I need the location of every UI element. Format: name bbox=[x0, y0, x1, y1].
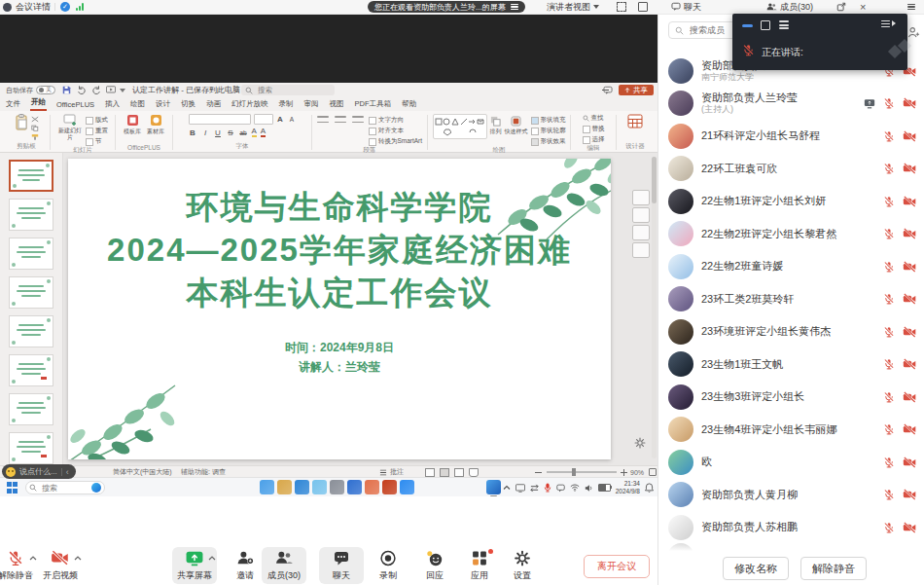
cast-icon[interactable] bbox=[515, 484, 525, 493]
weather-app-icon[interactable] bbox=[260, 480, 274, 494]
battery-icon[interactable] bbox=[598, 484, 611, 492]
member-row[interactable]: 22生物2班童诗媛 bbox=[658, 250, 924, 283]
select-button[interactable]: 选择 bbox=[583, 135, 605, 144]
member-row[interactable]: 资助部负责人兰玲莹 (主持人) bbox=[658, 88, 924, 121]
member-row[interactable]: 23环工类2班莫玲轩 bbox=[658, 283, 924, 316]
wifi-icon[interactable] bbox=[570, 484, 580, 492]
mic-muted-icon[interactable] bbox=[883, 196, 895, 207]
maximize-icon[interactable] bbox=[761, 20, 770, 30]
member-row[interactable]: 21环科评定小组长马舒程 bbox=[658, 120, 924, 153]
camera-muted-icon[interactable] bbox=[903, 97, 917, 109]
leave-meeting-button[interactable]: 离开会议 bbox=[584, 555, 650, 578]
minimize-icon[interactable] bbox=[742, 24, 753, 27]
file-explorer-icon[interactable] bbox=[277, 480, 292, 494]
new-slide-button[interactable]: 新建幻灯片 bbox=[57, 114, 83, 140]
member-row[interactable]: 23生物4班评定小组长韦丽娜 bbox=[658, 414, 924, 447]
toolbar-chat[interactable]: 聊天 bbox=[319, 547, 364, 584]
member-row[interactable]: 欧 bbox=[658, 446, 924, 479]
rename-button[interactable]: 修改名称 bbox=[723, 557, 789, 580]
underline-button[interactable]: U bbox=[214, 128, 223, 137]
running-app-icon[interactable] bbox=[486, 480, 501, 494]
chevron-up-icon[interactable] bbox=[208, 556, 216, 561]
mic-muted-icon[interactable] bbox=[883, 326, 895, 338]
taskbar-search-input[interactable] bbox=[40, 483, 89, 494]
popout-panel-icon[interactable] bbox=[836, 0, 846, 14]
shape-fill-button[interactable]: 形状填充 bbox=[531, 116, 566, 125]
member-row[interactable]: 23环境班评定小组长黄伟杰 bbox=[658, 315, 924, 348]
camera-muted-icon[interactable] bbox=[903, 261, 917, 273]
reset-button[interactable]: 重置 bbox=[86, 127, 108, 135]
paste-button[interactable] bbox=[15, 114, 28, 130]
toolbar-record[interactable]: 录制 bbox=[366, 547, 410, 584]
arrange-button[interactable]: 排列 bbox=[490, 114, 502, 136]
camera-muted-icon[interactable] bbox=[903, 391, 917, 403]
mic-muted-icon[interactable] bbox=[883, 261, 895, 273]
format-painter-icon[interactable] bbox=[31, 133, 39, 140]
designer-button[interactable] bbox=[627, 114, 643, 128]
ribbon-tab-4[interactable]: 插入 bbox=[104, 99, 121, 111]
member-row[interactable]: 22环工班袁可欣 bbox=[658, 153, 924, 186]
add-member-icon[interactable] bbox=[907, 26, 920, 38]
font-size-select[interactable] bbox=[254, 114, 273, 125]
member-row[interactable]: 资助部负责人黄月柳 bbox=[658, 479, 924, 512]
ribbon-tab-5[interactable]: 绘图 bbox=[129, 99, 146, 111]
camera-muted-icon[interactable] bbox=[903, 423, 917, 435]
unmute-button[interactable]: 解除静音 bbox=[800, 557, 867, 580]
watching-banner[interactable]: 您正在观看资助部负责人兰玲...的屏幕 bbox=[368, 1, 525, 13]
comments-icon[interactable] bbox=[603, 86, 613, 95]
ribbon-tab-3[interactable]: OfficePLUS bbox=[55, 100, 95, 111]
mail-app-icon[interactable] bbox=[365, 480, 379, 494]
meeting-details-button[interactable]: 会议详情 bbox=[16, 0, 51, 14]
toolbar-mic-off[interactable]: 解除静音 bbox=[0, 547, 38, 584]
template-library-button[interactable]: 模板库 bbox=[124, 114, 141, 136]
tab-members[interactable]: 成员(30) bbox=[766, 0, 813, 14]
align-text-button[interactable]: 对齐文本 bbox=[369, 127, 422, 135]
toolbar-camera-off[interactable]: 开启视频 bbox=[38, 547, 83, 584]
mic-muted-icon[interactable] bbox=[883, 358, 895, 370]
camera-muted-icon[interactable] bbox=[903, 228, 917, 239]
camera-muted-icon[interactable] bbox=[903, 457, 917, 468]
sidebar-tool-icon[interactable] bbox=[632, 225, 650, 240]
chevron-up-icon[interactable] bbox=[74, 556, 82, 561]
text-direction-button[interactable]: 文字方向 bbox=[369, 116, 422, 125]
ribbon-tab-11[interactable]: 审阅 bbox=[303, 99, 320, 111]
media-app-icon[interactable] bbox=[330, 480, 344, 494]
slide-thumbnail-3[interactable] bbox=[9, 238, 53, 270]
mic-muted-icon[interactable] bbox=[883, 522, 895, 533]
ribbon-tab-1[interactable]: 文件 bbox=[5, 99, 21, 111]
slide-thumbnail-2[interactable] bbox=[9, 199, 53, 231]
ribbon-tab-10[interactable]: 录制 bbox=[278, 99, 295, 111]
network-signal-icon[interactable] bbox=[76, 0, 84, 14]
camera-muted-icon[interactable] bbox=[903, 522, 917, 533]
shape-outline-button[interactable]: 形状轮廓 bbox=[531, 127, 566, 135]
quick-styles-button[interactable]: 快速样式 bbox=[505, 114, 528, 136]
emoji-icon[interactable] bbox=[6, 467, 16, 477]
slide-thumbnail-1[interactable] bbox=[9, 160, 53, 192]
sidebar-tool-icon[interactable] bbox=[632, 207, 650, 223]
member-row[interactable]: 22生物1班评定小组长刘妍 bbox=[658, 185, 924, 218]
ribbon-tab-6[interactable]: 设计 bbox=[155, 99, 171, 111]
security-shield-icon[interactable]: ✓ bbox=[60, 0, 70, 14]
mic-muted-icon[interactable] bbox=[883, 391, 895, 403]
mic-muted-icon[interactable] bbox=[883, 130, 895, 142]
bold-button[interactable]: B bbox=[189, 128, 197, 137]
copy-icon[interactable] bbox=[31, 125, 39, 131]
strikethrough-button[interactable]: S bbox=[227, 128, 235, 137]
ribbon-tab-12[interactable]: 视图 bbox=[329, 99, 345, 111]
toolbar-apps[interactable]: 应用 bbox=[457, 547, 502, 584]
undo-icon[interactable] bbox=[77, 83, 87, 97]
camera-muted-icon[interactable] bbox=[903, 163, 917, 174]
font-color-button[interactable]: A bbox=[261, 128, 266, 137]
onedrive-icon[interactable] bbox=[347, 480, 362, 494]
toolbar-settings[interactable]: 设置 bbox=[500, 547, 545, 584]
camera-muted-icon[interactable] bbox=[903, 489, 917, 500]
slide-thumbnail-5[interactable] bbox=[9, 315, 53, 347]
replace-button[interactable]: 替换 bbox=[583, 125, 605, 133]
grow-font-button[interactable]: A bbox=[276, 115, 285, 124]
redo-icon[interactable] bbox=[91, 83, 101, 97]
save-icon[interactable] bbox=[62, 83, 71, 97]
shape-gallery[interactable] bbox=[433, 114, 487, 139]
mic-muted-icon[interactable] bbox=[883, 293, 895, 305]
list-view-icon[interactable] bbox=[779, 20, 789, 31]
smartart-button[interactable]: 转换为SmartArt bbox=[369, 137, 422, 146]
